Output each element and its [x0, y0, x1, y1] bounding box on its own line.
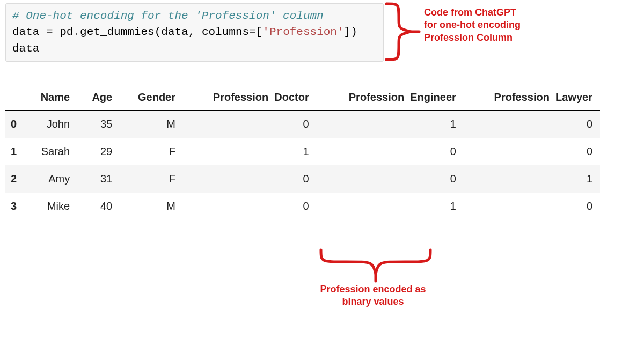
cell-index: 3	[5, 193, 24, 220]
annotation-line: Code from ChatGPT	[424, 6, 521, 19]
annotation-line: Profession encoded as	[306, 283, 440, 296]
cell-index: 2	[5, 165, 24, 193]
cell-doctor: 0	[183, 193, 317, 220]
col-profession-lawyer: Profession_Lawyer	[464, 86, 600, 111]
code-bracket: ])	[344, 26, 357, 38]
table-header-row: Name Age Gender Profession_Doctor Profes…	[5, 86, 600, 111]
cell-doctor: 0	[183, 111, 317, 138]
cell-gender: F	[120, 165, 183, 193]
cell-lawyer: 0	[464, 193, 600, 220]
cell-name: Amy	[24, 165, 77, 193]
code-dot: .	[73, 26, 80, 38]
code-op: =	[249, 26, 256, 38]
cell-age: 40	[77, 193, 120, 220]
cell-index: 1	[5, 138, 24, 165]
code-string: 'Profession'	[262, 26, 343, 38]
cell-engineer: 1	[317, 193, 464, 220]
cell-index: 0	[5, 111, 24, 138]
code-var: data	[12, 26, 46, 38]
cell-age: 35	[77, 111, 120, 138]
code-var: data	[12, 42, 39, 55]
code-op: =	[46, 26, 53, 38]
code-text: (data, columns	[155, 26, 249, 38]
cell-doctor: 1	[183, 138, 317, 165]
cell-gender: M	[120, 193, 183, 220]
table-row: 0 John 35 M 0 1 0	[5, 111, 600, 138]
cell-doctor: 0	[183, 165, 317, 193]
code-cell: # One-hot encoding for the 'Profession' …	[5, 3, 384, 62]
cell-name: Mike	[24, 193, 77, 220]
cell-gender: M	[120, 111, 183, 138]
cell-name: Sarah	[24, 138, 77, 165]
col-profession-doctor: Profession_Doctor	[183, 86, 317, 111]
col-name: Name	[24, 86, 77, 111]
cell-age: 29	[77, 138, 120, 165]
cell-lawyer: 0	[464, 111, 600, 138]
col-gender: Gender	[120, 86, 183, 111]
cell-age: 31	[77, 165, 120, 193]
brace-bottom-icon	[317, 247, 435, 286]
annotation-bottom: Profession encoded as binary values	[306, 283, 440, 308]
code-text: pd	[53, 26, 74, 38]
dataframe-table: Name Age Gender Profession_Doctor Profes…	[5, 86, 600, 220]
col-index	[5, 86, 24, 111]
cell-lawyer: 0	[464, 138, 600, 165]
brace-right-icon	[384, 2, 421, 64]
annotation-line: for one-hot encoding	[424, 19, 521, 31]
table-row: 3 Mike 40 M 0 1 0	[5, 193, 600, 220]
annotation-line: Profession Column	[424, 32, 521, 44]
code-func: get_dummies	[80, 26, 155, 38]
code-bracket: [	[256, 26, 263, 38]
table-body: 0 John 35 M 0 1 0 1 Sarah 29 F 1 0 0 2 A…	[5, 111, 600, 221]
col-profession-engineer: Profession_Engineer	[317, 86, 464, 111]
table-row: 1 Sarah 29 F 1 0 0	[5, 138, 600, 165]
annotation-top: Code from ChatGPT for one-hot encoding P…	[424, 6, 521, 44]
table-row: 2 Amy 31 F 0 0 1	[5, 165, 600, 193]
cell-engineer: 0	[317, 138, 464, 165]
cell-engineer: 1	[317, 111, 464, 138]
cell-lawyer: 1	[464, 165, 600, 193]
annotation-line: binary values	[306, 296, 440, 308]
cell-gender: F	[120, 138, 183, 165]
col-age: Age	[77, 86, 120, 111]
code-comment: # One-hot encoding for the 'Profession' …	[12, 10, 324, 22]
cell-name: John	[24, 111, 77, 138]
cell-engineer: 0	[317, 165, 464, 193]
